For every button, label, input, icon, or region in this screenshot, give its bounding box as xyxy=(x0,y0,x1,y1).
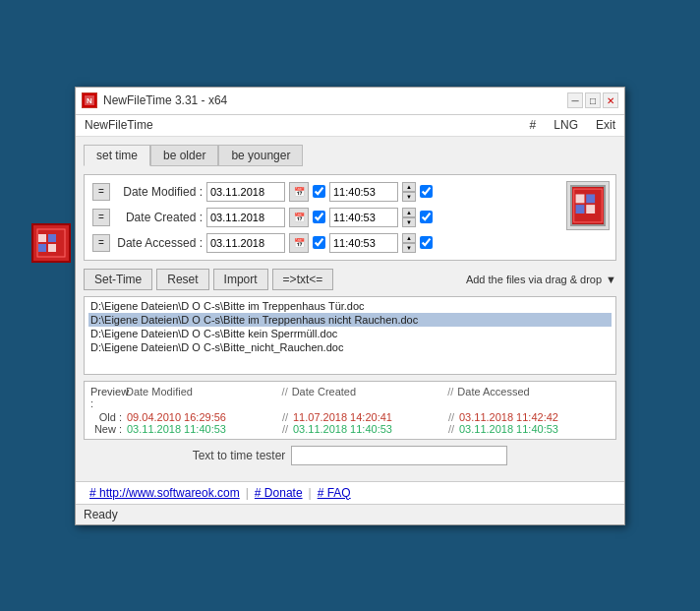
reset-button[interactable]: Reset xyxy=(156,269,208,290)
set-time-button[interactable]: Set-Time xyxy=(84,269,152,290)
preview-new-accessed: 03.11.2018 11:40:53 xyxy=(459,423,610,435)
tab-be-older[interactable]: be older xyxy=(150,145,218,166)
link-faq[interactable]: # FAQ xyxy=(312,486,357,500)
date-accessed-spin-down[interactable]: ▼ xyxy=(402,243,416,253)
date-created-spin-up[interactable]: ▲ xyxy=(402,208,416,217)
date-modified-spin-up[interactable]: ▲ xyxy=(402,182,416,192)
date-created-spin-down[interactable]: ▼ xyxy=(402,217,416,227)
date-created-row: = Date Created : 📅 ▲ ▼ xyxy=(92,207,608,228)
date-modified-date-input[interactable] xyxy=(206,182,285,202)
drag-drop-label: Add the files via drag & drop xyxy=(466,274,602,285)
date-created-time-input[interactable] xyxy=(329,208,398,227)
svg-rect-14 xyxy=(48,244,56,252)
preview-header-created: Date Created xyxy=(292,386,444,409)
file-item-0[interactable]: D:\Eigene Dateien\D O C-s\Bitte im Trepp… xyxy=(88,299,612,313)
text-tester-input[interactable] xyxy=(291,446,507,465)
app-logo-small xyxy=(31,223,71,263)
date-modified-row: = Date Modified : 📅 ▲ ▼ xyxy=(92,181,608,203)
main-content: set time be older be younger xyxy=(76,137,624,481)
date-accessed-time-checkbox[interactable] xyxy=(420,236,433,249)
date-created-eq-button[interactable]: = xyxy=(92,209,110,226)
preview-header-modified: Date Modified xyxy=(126,386,278,409)
date-accessed-label: Date Accessed : xyxy=(114,236,203,250)
preview-new-row: New : 03.11.2018 11:40:53 // 03.11.2018 … xyxy=(90,423,610,435)
tab-bar: set time be older be younger xyxy=(84,145,616,166)
date-modified-time-input[interactable] xyxy=(329,182,398,202)
preview-new-created: 03.11.2018 11:40:53 xyxy=(293,423,443,435)
svg-rect-5 xyxy=(576,194,585,203)
date-modified-checkbox[interactable] xyxy=(313,185,325,198)
date-accessed-spin-up[interactable]: ▲ xyxy=(402,233,416,243)
date-section: = Date Modified : 📅 ▲ ▼ = Date Created :… xyxy=(84,174,616,261)
file-item-2[interactable]: D:\Eigene Dateien\D O C-s\Bitte kein Spe… xyxy=(88,327,612,340)
preview-new-modified: 03.11.2018 11:40:53 xyxy=(127,423,277,435)
maximize-button[interactable]: □ xyxy=(585,92,601,108)
svg-rect-13 xyxy=(48,234,56,242)
svg-rect-6 xyxy=(576,205,585,214)
main-window: N NewFileTime 3.31 - x64 ─ □ ✕ NewFileTi… xyxy=(75,87,625,525)
preview-section: Preview : Date Modified // Date Created … xyxy=(84,381,616,440)
preview-header-row: Preview : Date Modified // Date Created … xyxy=(90,386,610,409)
date-created-calendar-button[interactable]: 📅 xyxy=(289,208,309,227)
date-modified-calendar-button[interactable]: 📅 xyxy=(289,182,309,202)
preview-old-modified: 09.04.2010 16:29:56 xyxy=(127,411,277,423)
menu-hash[interactable]: # xyxy=(527,117,540,133)
link-donate[interactable]: # Donate xyxy=(249,486,309,500)
tab-be-younger[interactable]: be younger xyxy=(218,145,303,166)
date-accessed-calendar-button[interactable]: 📅 xyxy=(289,233,309,253)
svg-rect-11 xyxy=(38,234,46,242)
svg-rect-9 xyxy=(35,227,67,259)
bottom-links: # http://www.softwareok.com | # Donate |… xyxy=(76,481,624,504)
date-created-spinner: ▲ ▼ xyxy=(402,208,416,227)
preview-title: Preview : xyxy=(90,386,126,409)
date-modified-spin-down[interactable]: ▼ xyxy=(402,192,416,202)
svg-rect-7 xyxy=(586,194,595,203)
file-item-3[interactable]: D:\Eigene Dateien\D O C-s\Bitte_nicht_Ra… xyxy=(88,340,612,354)
status-text: Ready xyxy=(84,508,118,521)
date-created-time-checkbox[interactable] xyxy=(420,211,433,223)
window-controls: ─ □ ✕ xyxy=(567,92,618,108)
menu-bar: NewFileTime # LNG Exit xyxy=(76,115,624,137)
date-created-date-input[interactable] xyxy=(206,208,285,227)
preview-header-sep2: // xyxy=(443,386,457,409)
drag-drop-arrow: ▼ xyxy=(606,274,616,285)
preview-header-sep1: // xyxy=(278,386,292,409)
date-accessed-row: = Date Accessed : 📅 ▲ ▼ xyxy=(92,232,608,254)
date-accessed-checkbox[interactable] xyxy=(313,236,325,249)
date-modified-time-checkbox[interactable] xyxy=(420,185,433,198)
date-accessed-time-input[interactable] xyxy=(329,233,398,253)
preview-old-row: Old : 09.04.2010 16:29:56 // 11.07.2018 … xyxy=(90,411,610,423)
date-accessed-spinner: ▲ ▼ xyxy=(402,233,416,253)
tab-set-time[interactable]: set time xyxy=(84,145,150,166)
menu-exit[interactable]: Exit xyxy=(593,117,618,133)
date-modified-eq-button[interactable]: = xyxy=(92,183,110,201)
minimize-button[interactable]: ─ xyxy=(567,92,583,108)
preview-new-label: New : xyxy=(90,423,126,435)
date-accessed-eq-button[interactable]: = xyxy=(92,234,110,252)
import-button[interactable]: Import xyxy=(213,269,268,290)
txt-button[interactable]: =>txt<= xyxy=(272,269,334,290)
date-modified-spinner: ▲ ▼ xyxy=(402,182,416,202)
text-tester-label: Text to time tester xyxy=(193,449,286,462)
menu-lng[interactable]: LNG xyxy=(551,117,581,133)
file-list[interactable]: D:\Eigene Dateien\D O C-s\Bitte im Trepp… xyxy=(84,296,616,375)
svg-rect-12 xyxy=(38,244,46,252)
title-bar: N NewFileTime 3.31 - x64 ─ □ ✕ xyxy=(76,88,624,115)
logo-inner xyxy=(570,185,606,226)
date-created-checkbox[interactable] xyxy=(313,211,325,223)
svg-rect-8 xyxy=(586,205,595,214)
file-item-1[interactable]: D:\Eigene Dateien\D O C-s\Bitte im Trepp… xyxy=(88,313,612,327)
link-softwareok[interactable]: # http://www.softwareok.com xyxy=(84,486,246,500)
date-modified-label: Date Modified : xyxy=(114,185,203,199)
window-title: NewFileTime 3.31 - x64 xyxy=(103,93,567,107)
svg-text:N: N xyxy=(87,96,92,105)
preview-old-label: Old : xyxy=(90,411,126,423)
app-logo-large xyxy=(566,181,610,230)
date-accessed-date-input[interactable] xyxy=(206,233,285,253)
menu-app-name[interactable]: NewFileTime xyxy=(82,117,156,133)
status-bar: Ready xyxy=(76,504,624,524)
app-icon: N xyxy=(82,92,97,108)
preview-header-accessed: Date Accessed xyxy=(457,386,610,409)
close-button[interactable]: ✕ xyxy=(603,92,618,108)
date-created-label: Date Created : xyxy=(114,211,203,224)
